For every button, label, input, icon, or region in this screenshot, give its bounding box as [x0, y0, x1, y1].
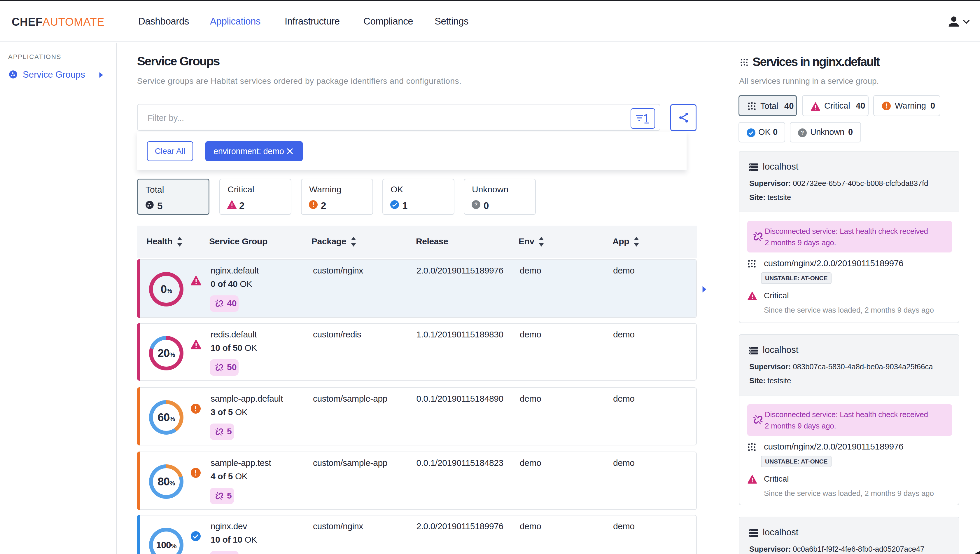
svg-text:?: ? [801, 130, 804, 136]
svg-text:?: ? [474, 202, 478, 208]
